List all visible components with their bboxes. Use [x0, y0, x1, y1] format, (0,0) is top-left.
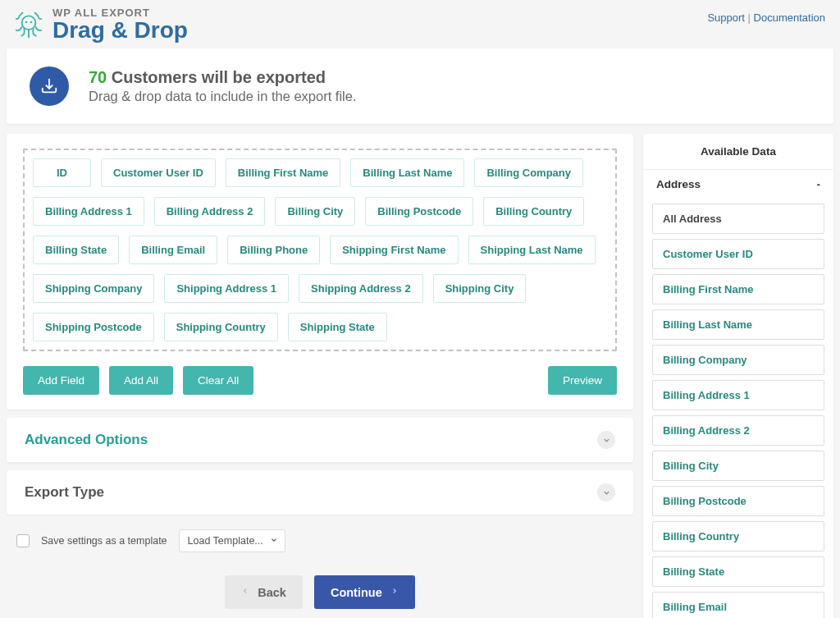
octopus-logo-icon — [13, 9, 44, 40]
save-template-label: Save settings as a template — [41, 535, 167, 547]
field-chip[interactable]: Billing Address 2 — [154, 197, 266, 226]
export-type-title: Export Type — [25, 484, 104, 501]
export-subtitle: Drag & drop data to include in the expor… — [89, 89, 357, 104]
address-group-header[interactable]: Address - — [643, 169, 833, 199]
field-chip[interactable]: Shipping Address 2 — [299, 274, 423, 303]
available-data-title: Available Data — [643, 134, 833, 169]
available-field-item[interactable]: Customer User ID — [652, 239, 824, 269]
save-template-checkbox[interactable] — [16, 534, 30, 547]
available-field-item[interactable]: All Address — [652, 204, 824, 234]
svg-point-0 — [22, 16, 36, 30]
field-chip[interactable]: Billing Email — [129, 236, 217, 264]
field-chip[interactable]: Shipping Country — [164, 313, 278, 341]
collapse-icon: - — [817, 178, 821, 190]
field-chip[interactable]: Billing Last Name — [350, 158, 464, 187]
available-field-item[interactable]: Billing Address 2 — [652, 415, 824, 446]
clear-all-button[interactable]: Clear All — [183, 366, 253, 395]
field-chip[interactable]: Billing Phone — [227, 236, 320, 264]
available-field-item[interactable]: Billing Country — [652, 521, 824, 552]
preview-button[interactable]: Preview — [548, 366, 617, 395]
add-all-button[interactable]: Add All — [109, 366, 173, 395]
download-icon — [30, 66, 69, 106]
available-field-item[interactable]: Billing Address 1 — [652, 380, 824, 410]
chevron-down-icon — [597, 483, 615, 501]
field-chip[interactable]: Billing Postcode — [365, 197, 473, 226]
available-field-item[interactable]: Billing Company — [652, 345, 824, 375]
field-chip[interactable]: Billing State — [33, 236, 119, 264]
field-chip[interactable]: Billing Company — [474, 158, 583, 187]
available-data-panel: Available Data Address - All AddressCust… — [643, 134, 833, 618]
field-chip[interactable]: Shipping First Name — [330, 236, 458, 264]
chevron-left-icon — [241, 585, 249, 599]
support-link[interactable]: Support — [707, 11, 745, 24]
top-links: Support | Documentation — [707, 11, 825, 24]
chevron-down-icon — [270, 535, 278, 547]
advanced-options-title: Advanced Options — [25, 432, 148, 448]
available-field-item[interactable]: Billing Postcode — [652, 486, 824, 516]
field-chip[interactable]: Customer User ID — [101, 158, 216, 187]
field-chip[interactable]: ID — [33, 158, 91, 187]
drop-zone[interactable]: IDCustomer User IDBilling First NameBill… — [23, 149, 617, 351]
available-field-item[interactable]: Billing City — [652, 451, 824, 481]
add-field-button[interactable]: Add Field — [23, 366, 99, 395]
brand-bottom-text: Drag & Drop — [52, 19, 188, 42]
field-chip[interactable]: Shipping Postcode — [33, 313, 154, 341]
field-chip[interactable]: Shipping State — [288, 313, 387, 341]
svg-point-1 — [25, 21, 28, 23]
field-builder-card: IDCustomer User IDBilling First NameBill… — [7, 134, 633, 410]
field-chip[interactable]: Shipping Company — [33, 274, 154, 303]
svg-point-2 — [30, 21, 33, 23]
advanced-options-accordion[interactable]: Advanced Options — [7, 418, 633, 462]
available-field-item[interactable]: Billing Email — [652, 592, 824, 618]
back-button[interactable]: Back — [225, 575, 303, 609]
export-type-accordion[interactable]: Export Type — [7, 470, 633, 515]
field-chip[interactable]: Shipping City — [433, 274, 527, 303]
available-field-item[interactable]: Billing State — [652, 556, 824, 587]
brand-logo-area: WP ALL EXPORT Drag & Drop — [13, 7, 188, 42]
export-count-heading: 70 Customers will be exported — [89, 68, 357, 87]
field-chip[interactable]: Shipping Address 1 — [164, 274, 289, 303]
continue-button[interactable]: Continue — [314, 575, 415, 609]
field-chip[interactable]: Billing Address 1 — [33, 197, 144, 226]
field-chip[interactable]: Billing Country — [483, 197, 584, 226]
export-count: 70 — [89, 68, 107, 86]
field-chip[interactable]: Billing City — [275, 197, 355, 226]
chevron-right-icon — [390, 585, 399, 599]
link-separator: | — [748, 11, 754, 24]
load-template-select[interactable]: Load Template... — [179, 529, 285, 552]
field-chip[interactable]: Shipping Last Name — [468, 236, 596, 264]
available-field-item[interactable]: Billing First Name — [652, 274, 824, 304]
documentation-link[interactable]: Documentation — [754, 11, 825, 24]
export-summary-banner: 70 Customers will be exported Drag & dro… — [7, 48, 833, 124]
chevron-down-icon — [597, 431, 615, 449]
field-chip[interactable]: Billing First Name — [226, 158, 341, 187]
available-field-item[interactable]: Billing Last Name — [652, 309, 824, 340]
